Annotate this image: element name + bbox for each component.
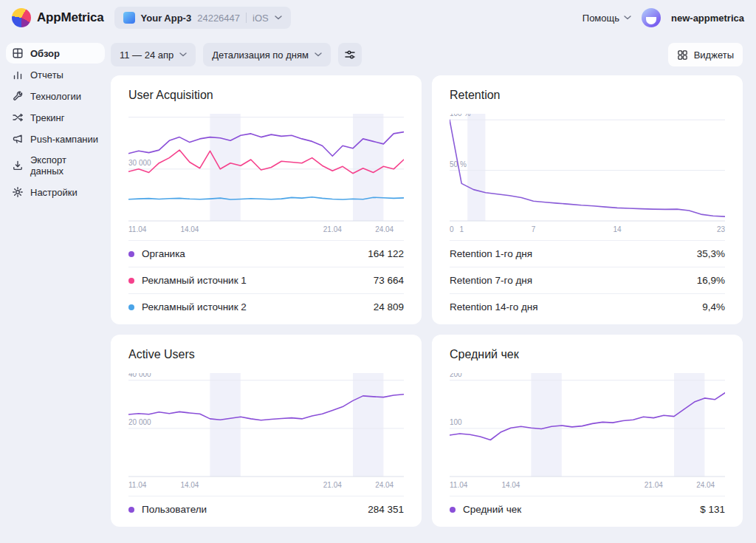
sidebar-item-label: Технологии (30, 91, 81, 102)
svg-text:23: 23 (717, 225, 725, 233)
legend-row[interactable]: Рекламный источник 224 809 (128, 293, 404, 320)
svg-text:24.04: 24.04 (375, 481, 394, 489)
svg-text:11.04: 11.04 (128, 225, 147, 233)
export-icon (12, 160, 24, 171)
card-average-check: Средний чек10020011.0414.0421.0424.04Сре… (432, 335, 743, 527)
help-menu[interactable]: Помощь (583, 13, 631, 24)
chevron-down-icon (624, 16, 631, 20)
svg-text:60 000: 60 000 (128, 114, 151, 115)
legend-value: 35,3% (697, 248, 725, 259)
svg-text:40 000: 40 000 (128, 373, 151, 378)
card-legend: Retention 1-го дня35,3%Retention 7-го дн… (450, 240, 725, 320)
svg-text:14.04: 14.04 (180, 225, 199, 233)
account-name: new-appmetrica (671, 13, 744, 24)
card-active-users: Active Users20 00040 00011.0414.0421.042… (111, 335, 422, 527)
settings-icon (12, 186, 24, 198)
granularity-label: Детализация по дням (212, 49, 309, 61)
brand-name: AppMetrica (37, 10, 104, 25)
average-check-chart-svg: 10020011.0414.0421.0424.04 (450, 373, 725, 493)
top-bar: AppMetrica Your App-3 24226447 iOS Помощ… (0, 0, 756, 35)
legend-label: Рекламный источник 2 (142, 301, 247, 313)
active-users-chart[interactable]: 20 00040 00011.0414.0421.0424.04 (128, 373, 404, 493)
appmetrica-logo-icon (12, 8, 31, 27)
chevron-down-icon (179, 52, 187, 57)
sidebar-item-label: Экспорт данных (30, 154, 99, 177)
sidebar-item-tracking[interactable]: Трекинг (6, 107, 105, 128)
svg-text:24.04: 24.04 (375, 225, 394, 233)
svg-text:30 000: 30 000 (128, 159, 151, 167)
legend-value: 9,4% (702, 301, 725, 313)
active-users-chart-svg: 20 00040 00011.0414.0421.0424.04 (128, 373, 404, 493)
legend-row[interactable]: Органика164 122 (128, 240, 404, 267)
app-id: 24226447 (197, 13, 240, 24)
series-dot-icon (128, 304, 134, 310)
series-dot-icon (128, 507, 134, 513)
svg-text:21.04: 21.04 (323, 481, 342, 489)
page-layout: ОбзорОтчетыТехнологииТрекингPush-кампани… (0, 35, 756, 543)
date-range-label: 11 — 24 апр (120, 49, 173, 61)
date-range-select[interactable]: 11 — 24 апр (111, 43, 196, 66)
toolbar: 11 — 24 апр Детализация по дням Виджеты (111, 43, 743, 66)
user-acquisition-chart[interactable]: 30 00060 00011.0414.0421.0424.04 (128, 114, 404, 237)
help-label: Помощь (583, 13, 619, 24)
legend-label: Средний чек (463, 504, 521, 515)
chevron-down-icon (275, 16, 282, 20)
legend-row[interactable]: Retention 7-го дня16,9% (450, 267, 725, 293)
tracking-icon (12, 112, 24, 123)
legend-row[interactable]: Средний чек$ 131 (450, 496, 725, 522)
widgets-button[interactable]: Виджеты (668, 43, 743, 66)
legend-label: Retention 1-го дня (450, 248, 532, 259)
divider (246, 13, 247, 23)
chart-settings-button[interactable] (338, 43, 362, 66)
series-dot-icon (128, 278, 134, 284)
sidebar-item-label: Обзор (30, 48, 60, 59)
svg-text:24.04: 24.04 (696, 481, 715, 489)
sidebar-item-technologies[interactable]: Технологии (6, 86, 105, 106)
legend-label: Retention 14-го дня (450, 301, 538, 313)
user-acquisition-chart-svg: 30 00060 00011.0414.0421.0424.04 (128, 114, 404, 237)
sidebar-item-overview[interactable]: Обзор (6, 43, 105, 64)
svg-text:100 %: 100 % (450, 114, 470, 117)
svg-text:14.04: 14.04 (501, 481, 520, 489)
legend-row[interactable]: Retention 1-го дня35,3% (450, 240, 725, 267)
legend-value: 73 664 (374, 275, 404, 286)
sliders-icon (344, 49, 356, 61)
card-legend: Органика164 122Рекламный источник 173 66… (128, 240, 404, 320)
sidebar-item-label: Push-кампании (30, 134, 98, 145)
average-check-chart[interactable]: 10020011.0414.0421.0424.04 (450, 373, 725, 493)
svg-text:21.04: 21.04 (645, 481, 663, 489)
legend-row[interactable]: Рекламный источник 173 664 (128, 267, 404, 293)
sidebar-item-settings[interactable]: Настройки (6, 182, 105, 202)
svg-text:200: 200 (450, 373, 462, 378)
legend-row[interactable]: Retention 14-го дня9,4% (450, 293, 725, 320)
retention-chart[interactable]: 50 %100 %0171423 (450, 114, 725, 237)
app-selector[interactable]: Your App-3 24226447 iOS (114, 7, 291, 29)
card-retention: Retention50 %100 %0171423Retention 1-го … (432, 75, 743, 324)
svg-text:7: 7 (532, 225, 536, 233)
legend-value: $ 131 (700, 504, 725, 515)
svg-text:11.04: 11.04 (450, 481, 468, 489)
svg-text:0: 0 (450, 225, 454, 233)
card-legend: Пользователи284 351 (128, 496, 404, 522)
reports-icon (12, 69, 24, 81)
card-legend: Средний чек$ 131 (450, 496, 725, 522)
overview-icon (12, 47, 24, 59)
series-dot-icon (450, 507, 456, 513)
app-platform: iOS (252, 13, 269, 24)
svg-text:1: 1 (459, 225, 464, 233)
legend-label: Retention 7-го дня (450, 275, 532, 286)
legend-label: Рекламный источник 1 (142, 275, 247, 286)
sidebar-item-data-export[interactable]: Экспорт данных (6, 150, 105, 181)
widgets-icon (677, 49, 688, 61)
legend-row[interactable]: Пользователи284 351 (128, 496, 404, 522)
sidebar-item-label: Отчеты (30, 69, 63, 81)
card-title: Retention (450, 89, 725, 102)
svg-text:20 000: 20 000 (128, 418, 151, 426)
card-title: User Acquisition (128, 89, 404, 102)
app-icon (123, 12, 135, 24)
sidebar-item-reports[interactable]: Отчеты (6, 64, 105, 85)
sidebar-item-push-campaigns[interactable]: Push-кампании (6, 129, 105, 149)
card-title: Active Users (128, 348, 404, 361)
user-avatar[interactable] (642, 8, 661, 27)
granularity-select[interactable]: Детализация по дням (203, 43, 331, 66)
